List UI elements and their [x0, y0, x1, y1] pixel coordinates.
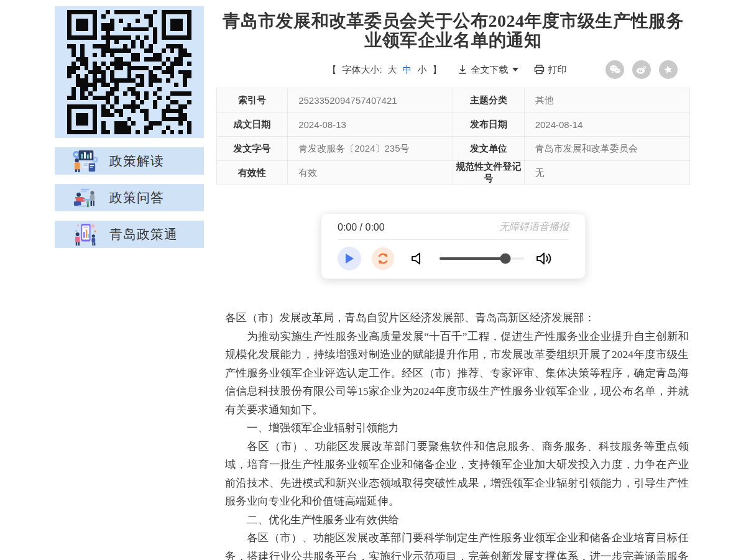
meta-label: 发文单位 — [453, 137, 524, 161]
policy-qa-illustration-icon — [71, 186, 99, 209]
page-title: 青岛市发展和改革委员会关于公布2024年度市级生产性服务业领军企业名单的通知 — [216, 11, 690, 50]
sidebar-item-label: 政策解读 — [109, 152, 164, 170]
article-body: 各区（市）发展改革局，青岛自贸片区经济发展部、青岛高新区经济发展部： 为推动实施… — [225, 309, 689, 560]
policy-interpretation-illustration-icon — [71, 149, 99, 173]
mute-button[interactable] — [410, 251, 425, 266]
loop-icon — [376, 252, 390, 265]
audio-time: 0:00 / 0:00 — [338, 222, 385, 233]
sidebar-item-label: 青岛政策通 — [109, 226, 178, 243]
meta-label: 发布日期 — [453, 112, 524, 137]
weibo-icon — [636, 65, 647, 75]
print-icon — [534, 65, 545, 75]
sidebar: 政策解读 政策问答 — [55, 6, 204, 560]
meta-label: 索引号 — [217, 88, 288, 112]
meta-value: 2024-08-13 — [288, 112, 453, 137]
speaker-volume-icon — [536, 251, 553, 266]
meta-label: 发文字号 — [217, 137, 288, 161]
audio-caption: 无障碍语音播报 — [499, 221, 569, 234]
article-paragraph: 各区（市）、功能区发展改革部门要聚焦软件和信息服务、商务服务、科技服务等重点领域… — [225, 438, 689, 511]
volume-slider[interactable] — [440, 257, 524, 260]
volume-handle[interactable] — [500, 254, 511, 264]
font-size-large-button[interactable]: 大 — [388, 64, 397, 76]
meta-value: 无 — [524, 161, 689, 185]
sidebar-item-qingdao-policy-portal[interactable]: 青岛政策通 — [55, 221, 204, 248]
play-icon — [344, 253, 354, 264]
wechat-icon — [609, 65, 620, 75]
qr-code — [67, 10, 191, 134]
speaker-mute-icon — [410, 251, 425, 266]
meta-value: 青发改服务〔2024〕235号 — [288, 137, 453, 161]
meta-row: 发文字号 青发改服务〔2024〕235号 发文单位 青岛市发展和改革委员会 — [217, 137, 690, 161]
star-icon — [663, 65, 673, 75]
volume-button[interactable] — [536, 251, 553, 266]
share-wechat-button[interactable] — [606, 60, 624, 79]
article-paragraph: 为推动实施生产性服务业高质量发展“十百千”工程，促进生产性服务业企业提升自主创新… — [225, 328, 689, 420]
download-icon — [458, 65, 467, 75]
meta-row: 有效性 有效 规范性文件登记号 无 — [217, 161, 690, 185]
meta-label: 规范性文件登记号 — [453, 161, 524, 185]
meta-value: 有效 — [288, 161, 453, 185]
meta-label: 成文日期 — [217, 112, 288, 137]
sidebar-item-policy-qa[interactable]: 政策问答 — [55, 184, 204, 211]
meta-row: 索引号 2523352094757407421 主题分类 其他 — [217, 88, 690, 112]
share-weibo-button[interactable] — [632, 60, 651, 79]
qingdao-policy-portal-illustration-icon — [71, 223, 99, 246]
article-section-heading: 二、优化生产性服务业有效供给 — [225, 511, 689, 530]
print-button[interactable]: 打印 — [534, 64, 567, 76]
bracket-open: 【 — [327, 64, 336, 76]
meta-value: 青岛市发展和改革委员会 — [524, 137, 689, 161]
meta-row: 成文日期 2024-08-13 发布日期 2024-08-14 — [217, 112, 690, 137]
page: 政策解读 政策问答 — [0, 0, 746, 560]
meta-label: 有效性 — [217, 161, 288, 185]
meta-value: 其他 — [524, 88, 689, 112]
audio-player: 0:00 / 0:00 无障碍语音播报 — [321, 213, 586, 279]
article-paragraph: 各区（市）发展改革局，青岛自贸片区经济发展部、青岛高新区经济发展部： — [225, 309, 689, 328]
article-section-heading: 一、增强领军企业辐射引领能力 — [225, 419, 689, 438]
meta-label: 主题分类 — [453, 88, 524, 112]
play-button[interactable] — [338, 247, 361, 270]
volume-fill — [440, 257, 505, 260]
meta-value: 2523352094757407421 — [288, 88, 453, 112]
bracket-close: 】 — [433, 64, 442, 76]
qr-panel — [55, 6, 204, 138]
font-size-medium-button[interactable]: 中 — [403, 64, 412, 76]
sidebar-item-label: 政策问答 — [109, 189, 164, 206]
favorite-star-button[interactable] — [659, 60, 678, 79]
download-button[interactable]: 全文下载 — [458, 64, 518, 76]
document-meta-table: 索引号 2523352094757407421 主题分类 其他 成文日期 202… — [216, 88, 690, 185]
sidebar-item-policy-interpretation[interactable]: 政策解读 — [55, 147, 204, 175]
caret-down-icon — [512, 68, 518, 71]
toolbar: 【 字体大小: 大 中 小 】 全文下载 — [216, 60, 690, 80]
replay-loop-button[interactable] — [372, 247, 394, 270]
main-content: 青岛市发展和改革委员会关于公布2024年度市级生产性服务业领军企业名单的通知 【… — [216, 6, 690, 560]
font-size-label: 字体大小: — [342, 64, 382, 76]
article-paragraph: 各区（市）、功能区发展改革部门要科学制定生产性服务业领军企业和储备企业培育目标任… — [225, 529, 689, 560]
meta-value: 2024-08-14 — [524, 112, 689, 137]
font-size-small-button[interactable]: 小 — [418, 64, 427, 76]
